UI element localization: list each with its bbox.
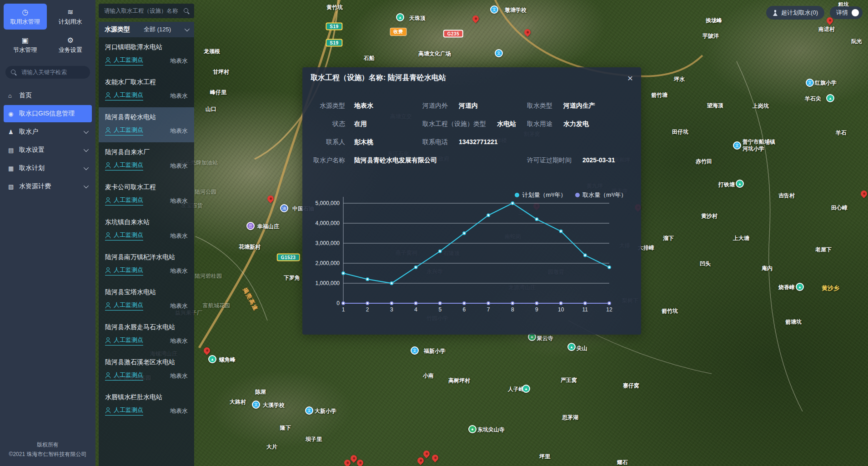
map-pin[interactable] <box>431 453 440 462</box>
facility-list-item[interactable]: 麦卡公司取水工程人工监测点地表水 <box>99 177 194 212</box>
search-icon[interactable] <box>184 8 190 14</box>
source-type: 地表水 <box>170 302 188 310</box>
detail-toggle-knob[interactable] <box>852 9 859 16</box>
sidebar-search-input[interactable] <box>20 69 95 76</box>
facility-list-item[interactable]: 陆河县激石溪老区水电站人工监测点地表水 <box>99 352 194 387</box>
map-place-label: 龙颈根 <box>204 48 220 55</box>
map-place-label: 烧香嶂 <box>778 284 795 291</box>
facility-list-item[interactable]: 友能水厂取水工程人工监测点地表水 <box>99 72 194 107</box>
monitor-tag[interactable]: 人工监测点 <box>105 336 143 346</box>
mountain-poi-icon[interactable]: ▲ <box>567 343 576 351</box>
mountain-poi-icon[interactable]: ▲ <box>826 94 834 102</box>
temple-poi-icon[interactable]: ♠ <box>468 425 477 433</box>
facility-name: 河口镇唱歌潭水电站 <box>105 43 188 51</box>
mountain-poi-icon[interactable]: ▲ <box>396 13 404 21</box>
modal-header: 取水工程（设施）名称: 陆河县青砼水电站 × <box>302 67 641 83</box>
facility-list-item[interactable]: 陆河县宝塔水电站人工监测点地表水 <box>99 282 194 317</box>
school-poi-icon[interactable]: 文 <box>252 401 260 409</box>
map-place-label: 上大塘 <box>733 235 749 242</box>
sidebar-item-water-user[interactable]: ♟取水户 <box>4 123 92 140</box>
map-pin[interactable] <box>471 14 480 23</box>
water-billing-icon: ▧ <box>8 183 19 190</box>
module-water-saving[interactable]: ▣节水管理 <box>4 32 47 58</box>
module-planned-water[interactable]: ≋计划用水 <box>49 4 92 30</box>
gis-info-icon: ◉ <box>8 110 19 117</box>
school-poi-icon[interactable]: 文 <box>411 346 419 355</box>
mountain-poi-icon[interactable]: ▲ <box>796 283 804 291</box>
map-pin[interactable] <box>422 449 431 458</box>
sidebar-item-label: 取水户 <box>19 128 38 136</box>
monitor-tag[interactable]: 人工监测点 <box>105 266 143 276</box>
map-place-label: 赤竹田 <box>696 158 712 165</box>
field-value: 彭木桃 <box>354 138 373 146</box>
sidebar-item-water-billing[interactable]: ▧水资源计费 <box>4 178 92 195</box>
sidebar-item-water-settings[interactable]: ▤取水设置 <box>4 141 92 159</box>
school-poi-icon[interactable]: 文 <box>733 141 741 150</box>
source-type-filter[interactable]: 水源类型 全部 (125) <box>99 22 194 37</box>
mountain-poi-icon[interactable]: ▲ <box>208 355 216 363</box>
svg-text:1,000,000: 1,000,000 <box>316 280 340 286</box>
water-settings-icon: ▤ <box>8 147 19 154</box>
svg-text:10: 10 <box>558 306 564 313</box>
villa-poi-icon[interactable]: 庄 <box>246 222 255 230</box>
mountain-poi-icon[interactable]: ▲ <box>522 385 530 393</box>
sidebar-item-home[interactable]: ⌂首页 <box>4 87 92 104</box>
module-water-use-mgmt[interactable]: ◷取用水管理 <box>4 4 47 30</box>
monitor-tag[interactable]: 人工监测点 <box>105 231 143 241</box>
person-icon <box>105 197 111 203</box>
school-poi-icon[interactable]: 文 <box>305 406 313 415</box>
map-place-label: 吉告村 <box>778 192 795 199</box>
map-pin[interactable] <box>523 28 532 37</box>
field-label: 状态 <box>311 120 345 128</box>
mountain-poi-icon[interactable]: ▲ <box>736 180 744 188</box>
facility-list-item[interactable]: 水唇镇水栏肚水电站人工监测点地表水 <box>99 387 194 422</box>
facility-search-input[interactable] <box>103 7 181 15</box>
svg-text:2: 2 <box>366 306 369 313</box>
monitor-tag[interactable]: 人工监测点 <box>105 56 143 65</box>
sidebar-item-gis-info[interactable]: ◉取水口GIS信息管理 <box>4 105 92 122</box>
map-place-label: 花塘新村 <box>239 244 261 251</box>
map-place-label: 田心嶂 <box>831 205 848 211</box>
school-poi-icon[interactable]: 文 <box>490 5 498 14</box>
map-place-label: 望海顶 <box>707 102 723 109</box>
sidebar-item-water-plan[interactable]: ▦取水计划 <box>4 160 92 177</box>
gas-station-poi-icon[interactable]: 油 <box>280 204 288 212</box>
facility-list-item[interactable]: 陆河县自来水厂人工监测点地表水 <box>99 142 194 177</box>
map-pin[interactable] <box>356 458 365 466</box>
over-plan-label: 超计划取水(0) <box>781 9 818 17</box>
over-plan-button[interactable]: 超计划取水(0) <box>766 6 824 20</box>
field-value: 河道内 <box>459 102 478 110</box>
field-row: 联系人彭木桃联系电话13432771221 <box>311 138 632 148</box>
monitor-tag[interactable]: 人工监测点 <box>105 301 143 311</box>
module-business-settings[interactable]: ⚙业务设置 <box>49 32 92 58</box>
facility-list-item[interactable]: 陆河县水唇走马石水电站人工监测点地表水 <box>99 317 194 352</box>
map-pin[interactable] <box>859 189 868 198</box>
facility-list-item[interactable]: 陆河县青砼水电站人工监测点地表水 <box>99 107 194 142</box>
monitor-tag[interactable]: 人工监测点 <box>105 406 143 416</box>
monitor-tag[interactable]: 人工监测点 <box>105 91 143 100</box>
person-icon <box>105 92 111 98</box>
svg-text:6: 6 <box>463 306 466 313</box>
map-pin[interactable] <box>416 456 425 465</box>
svg-text:5,000,000: 5,000,000 <box>316 200 340 206</box>
facility-list-item[interactable]: 东坑镇自来水站人工监测点地表水 <box>99 212 194 247</box>
monitor-tag[interactable]: 人工监测点 <box>105 126 143 135</box>
detail-toggle[interactable]: 详情 <box>830 6 863 19</box>
monitor-tag[interactable]: 人工监测点 <box>105 371 143 381</box>
map-pin[interactable] <box>202 346 211 355</box>
monitor-tag[interactable]: 人工监测点 <box>105 196 143 205</box>
monitor-tag[interactable]: 人工监测点 <box>105 161 143 170</box>
svg-text:1: 1 <box>342 306 345 313</box>
facility-list-item[interactable]: 陆河县南万镇杞洋水电站人工监测点地表水 <box>99 247 194 282</box>
field-label: 取水工程（设施）类型 <box>422 120 486 128</box>
map-pin[interactable] <box>266 194 275 203</box>
school-poi-icon[interactable]: 文 <box>806 79 814 87</box>
water-plan-icon: ▦ <box>8 165 19 172</box>
map-place-label: 南进村 <box>818 26 835 33</box>
school-poi-icon[interactable]: 文 <box>495 49 503 57</box>
map-place-label: 黄竹坑 <box>326 4 343 11</box>
map-place-label: 天珠顶 <box>409 15 426 22</box>
close-icon[interactable]: × <box>627 73 633 83</box>
facility-list-item[interactable]: 河口镇唱歌潭水电站人工监测点地表水 <box>99 37 194 72</box>
source-type: 地表水 <box>170 372 188 380</box>
